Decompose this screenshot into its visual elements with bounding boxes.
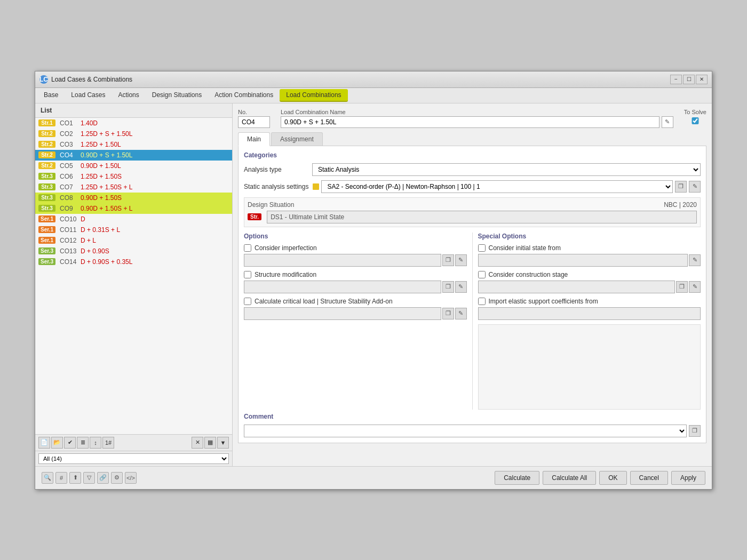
static-settings-select[interactable]: SA2 - Second-order (P-Δ) | Newton-Raphso…	[321, 180, 673, 193]
menu-load-combinations[interactable]: Load Combinations	[280, 89, 347, 102]
elastic-checkbox[interactable]	[478, 298, 486, 305]
item-tag: Ser.3	[38, 258, 55, 265]
item-tag: Ser.1	[38, 237, 55, 244]
sa-copy-button[interactable]: ❐	[675, 181, 687, 193]
numbered-button[interactable]: 1#	[102, 437, 114, 449]
item-tag: Str.1	[38, 119, 55, 126]
initial-state-input[interactable]	[478, 254, 688, 267]
to-solve-checkbox[interactable]	[684, 117, 706, 124]
no-group: No.	[238, 109, 270, 128]
item-label: 0.90D + 1.50S	[81, 194, 122, 202]
item-co: CO1	[60, 119, 78, 127]
apply-button[interactable]: Apply	[671, 471, 705, 485]
layout-button[interactable]: ▦	[204, 437, 216, 449]
critical-load-row: Calculate critical load | Structure Stab…	[244, 298, 467, 305]
link-icon-btn[interactable]: 🔗	[97, 472, 109, 484]
initial-state-edit-btn[interactable]: ✎	[689, 254, 701, 266]
critical-load-copy-btn[interactable]: ❐	[442, 308, 454, 319]
list-item-selected[interactable]: Str.2 CO4 0.90D + S + 1.50L	[35, 150, 232, 161]
list-item[interactable]: Ser.3 CO14 D + 0.90S + 0.35L	[35, 257, 232, 267]
construction-edit-btn[interactable]: ✎	[689, 281, 701, 293]
minimize-button[interactable]: −	[670, 75, 682, 84]
list-item[interactable]: Str.2 CO2 1.25D + S + 1.50L	[35, 129, 232, 139]
filter-icon-btn[interactable]: ▽	[83, 472, 95, 484]
imperfection-copy-btn[interactable]: ❐	[442, 254, 454, 266]
sa-edit-button[interactable]: ✎	[689, 181, 701, 193]
construction-checkbox[interactable]	[478, 271, 486, 278]
ok-button[interactable]: OK	[599, 471, 626, 485]
structure-mod-edit-btn[interactable]: ✎	[455, 281, 467, 293]
edit-name-button[interactable]: ✎	[662, 116, 673, 128]
tab-assignment[interactable]: Assignment	[271, 132, 323, 146]
list-item[interactable]: Str.3 CO8 0.90D + 1.50S	[35, 193, 232, 203]
imperfection-checkbox[interactable]	[244, 244, 251, 252]
list-item[interactable]: Str.2 CO5 0.90D + 1.50L	[35, 161, 232, 171]
to-solve-label: To Solve	[684, 109, 706, 115]
construction-input-row: ❐ ✎	[478, 281, 701, 293]
maximize-button[interactable]: ☐	[683, 75, 695, 84]
list-item[interactable]: Str.2 CO3 1.25D + 1.50L	[35, 139, 232, 150]
menu-actions[interactable]: Actions	[112, 89, 145, 102]
list-item[interactable]: Ser.1 CO12 D + L	[35, 235, 232, 246]
elastic-input[interactable]	[478, 307, 701, 320]
new-button[interactable]: 📄	[38, 437, 50, 449]
special-options-label: Special Options	[478, 233, 701, 240]
list-item[interactable]: Str.3 CO7 1.25D + 1.50S + L	[35, 182, 232, 193]
list-item[interactable]: Ser.1 CO10 D	[35, 214, 232, 225]
structure-mod-checkbox[interactable]	[244, 271, 251, 278]
tab-content-main: Categories Analysis type Static Analysis…	[238, 146, 706, 443]
item-co: CO12	[60, 237, 78, 244]
number-icon-btn[interactable]: #	[55, 472, 67, 484]
item-tag: Str.3	[38, 183, 55, 190]
top-form: No. Load Combination Name ✎ To Solve	[238, 109, 706, 128]
delete-button[interactable]: ✕	[192, 437, 203, 449]
filter-button[interactable]: ≣	[77, 437, 89, 449]
list-item[interactable]: Str.3 CO9 0.90D + 1.50S + L	[35, 203, 232, 214]
filter-select[interactable]: All (14)	[38, 453, 229, 464]
imperfection-edit-btn[interactable]: ✎	[455, 254, 467, 266]
construction-row: Consider construction stage	[478, 271, 701, 278]
no-input[interactable]	[238, 116, 270, 128]
list-item[interactable]: Ser.3 CO13 D + 0.90S	[35, 246, 232, 257]
check-button[interactable]: ✔	[64, 437, 76, 449]
static-settings-label: Static analysis settings	[244, 183, 308, 190]
tab-main[interactable]: Main	[238, 132, 270, 146]
list-item[interactable]: Str.3 CO6 1.25D + 1.50S	[35, 171, 232, 182]
critical-load-checkbox[interactable]	[244, 298, 251, 305]
construction-input[interactable]	[478, 281, 676, 293]
analysis-type-select[interactable]: Static Analysis	[312, 163, 701, 176]
structure-mod-input[interactable]	[244, 281, 441, 293]
cancel-button[interactable]: Cancel	[630, 471, 668, 485]
menu-design-situations[interactable]: Design Situations	[146, 89, 208, 102]
arrow-button[interactable]: ▼	[217, 437, 229, 449]
elastic-row: Import elastic support coefficients from	[478, 298, 701, 305]
construction-copy-btn[interactable]: ❐	[676, 281, 688, 293]
search-icon-btn[interactable]: 🔍	[42, 472, 53, 484]
list-item[interactable]: Ser.1 CO11 D + 0.31S + L	[35, 225, 232, 235]
cursor-icon-btn[interactable]: ⬆	[69, 472, 81, 484]
menu-load-cases[interactable]: Load Cases	[65, 89, 112, 102]
structure-mod-copy-btn[interactable]: ❐	[442, 281, 454, 293]
elastic-input-row	[478, 307, 701, 320]
close-button[interactable]: ✕	[696, 75, 708, 84]
critical-load-edit-btn[interactable]: ✎	[455, 308, 467, 319]
critical-load-input-row: ❐ ✎	[244, 307, 467, 320]
open-button[interactable]: 📂	[51, 437, 63, 449]
sort-button[interactable]: ↕	[90, 437, 101, 449]
comment-select[interactable]	[244, 425, 687, 437]
settings-icon-btn[interactable]: ⚙	[111, 472, 123, 484]
imperfection-input[interactable]	[244, 254, 441, 267]
code-icon-btn[interactable]: </>	[125, 472, 137, 484]
ds-input[interactable]	[267, 211, 697, 223]
comment-copy-btn[interactable]: ❐	[689, 425, 701, 437]
menu-action-combinations[interactable]: Action Combinations	[208, 89, 280, 102]
initial-state-checkbox[interactable]	[478, 244, 486, 252]
name-input[interactable]	[281, 116, 659, 128]
analysis-type-label: Analysis type	[244, 166, 308, 173]
calculate-all-button[interactable]: Calculate All	[543, 471, 596, 485]
menu-base[interactable]: Base	[37, 89, 65, 102]
list-item[interactable]: Str.1 CO1 1.40D	[35, 118, 232, 129]
menu-bar: Base Load Cases Actions Design Situation…	[35, 88, 712, 103]
calculate-button[interactable]: Calculate	[495, 471, 539, 485]
critical-load-input[interactable]	[244, 307, 441, 320]
